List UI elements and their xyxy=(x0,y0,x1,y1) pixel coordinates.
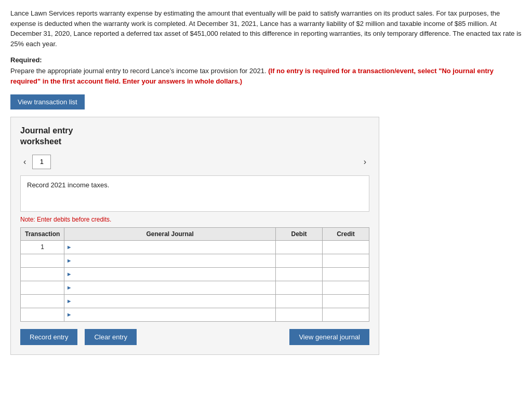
credit-input[interactable] xyxy=(323,241,369,254)
debit-cell[interactable] xyxy=(276,294,323,308)
record-entry-button[interactable]: Record entry xyxy=(20,329,77,345)
row-arrow-icon: ► xyxy=(64,254,74,267)
debit-column-header: Debit xyxy=(276,227,323,240)
credit-column-header: Credit xyxy=(323,227,369,240)
journal-entry-worksheet: Journal entry worksheet ‹ › Record 2021 … xyxy=(10,117,379,355)
general-journal-cell[interactable] xyxy=(74,308,276,321)
credit-cell[interactable] xyxy=(323,294,369,308)
intro-paragraph: Lance Lawn Services reports warranty exp… xyxy=(10,8,522,49)
view-transaction-list-button[interactable]: View transaction list xyxy=(10,94,85,109)
transaction-number-cell: 1 xyxy=(21,240,64,254)
general-journal-input[interactable] xyxy=(74,308,275,321)
credit-cell[interactable] xyxy=(323,240,369,254)
credit-input[interactable] xyxy=(323,254,369,267)
debit-input[interactable] xyxy=(276,281,322,294)
next-page-button[interactable]: › xyxy=(361,156,369,168)
row-arrow-icon: ► xyxy=(64,308,74,321)
journal-table: Transaction General Journal Debit Credit… xyxy=(20,227,369,322)
credit-input[interactable] xyxy=(323,308,369,321)
debit-cell[interactable] xyxy=(276,281,323,294)
debit-input[interactable] xyxy=(276,268,322,281)
transaction-number-cell xyxy=(21,254,64,267)
view-general-journal-button[interactable]: View general journal xyxy=(289,329,369,345)
debit-input[interactable] xyxy=(276,295,322,308)
credit-cell[interactable] xyxy=(323,281,369,294)
debit-input[interactable] xyxy=(276,254,322,267)
table-row: ► xyxy=(21,281,369,294)
credit-cell[interactable] xyxy=(323,267,369,281)
credit-input[interactable] xyxy=(323,268,369,281)
general-journal-input[interactable] xyxy=(74,268,275,281)
prev-page-button[interactable]: ‹ xyxy=(20,156,29,168)
credit-input[interactable] xyxy=(323,295,369,308)
required-instruction: Prepare the appropriate journal entry to… xyxy=(10,66,522,86)
debit-cell[interactable] xyxy=(276,308,323,321)
debit-cell[interactable] xyxy=(276,240,323,254)
row-arrow-icon: ► xyxy=(64,294,74,308)
table-row: ► xyxy=(21,254,369,267)
transaction-description: Record 2021 income taxes. xyxy=(20,175,369,212)
row-arrow-icon: ► xyxy=(64,240,74,254)
debit-credit-note: Note: Enter debits before credits. xyxy=(20,216,369,223)
general-journal-cell[interactable] xyxy=(74,294,276,308)
general-journal-input[interactable] xyxy=(74,241,275,254)
page-number-input[interactable] xyxy=(32,155,51,169)
table-row: ► xyxy=(21,267,369,281)
instruction-normal: Prepare the appropriate journal entry to… xyxy=(10,67,267,75)
row-arrow-icon: ► xyxy=(64,267,74,281)
general-journal-input[interactable] xyxy=(74,295,275,308)
credit-cell[interactable] xyxy=(323,254,369,267)
page-navigation: ‹ › xyxy=(20,155,369,169)
table-row: ► xyxy=(21,294,369,308)
debit-input[interactable] xyxy=(276,241,322,254)
general-journal-cell[interactable] xyxy=(74,240,276,254)
credit-input[interactable] xyxy=(323,281,369,294)
general-journal-cell[interactable] xyxy=(74,254,276,267)
required-label: Required: xyxy=(10,56,522,64)
action-buttons-row: Record entry Clear entry View general jo… xyxy=(20,329,369,345)
table-row: ► xyxy=(21,308,369,321)
transaction-number-cell xyxy=(21,267,64,281)
clear-entry-button[interactable]: Clear entry xyxy=(85,329,137,345)
general-journal-input[interactable] xyxy=(74,281,275,294)
credit-cell[interactable] xyxy=(323,308,369,321)
transaction-number-cell xyxy=(21,294,64,308)
worksheet-title: Journal entry worksheet xyxy=(20,126,369,147)
transaction-column-header: Transaction xyxy=(21,227,64,240)
general-journal-column-header: General Journal xyxy=(64,227,276,240)
debit-cell[interactable] xyxy=(276,254,323,267)
row-arrow-icon: ► xyxy=(64,281,74,294)
general-journal-cell[interactable] xyxy=(74,267,276,281)
general-journal-input[interactable] xyxy=(74,254,275,267)
table-row: 1► xyxy=(21,240,369,254)
transaction-number-cell xyxy=(21,281,64,294)
debit-cell[interactable] xyxy=(276,267,323,281)
general-journal-cell[interactable] xyxy=(74,281,276,294)
debit-input[interactable] xyxy=(276,308,322,321)
transaction-number-cell xyxy=(21,308,64,321)
